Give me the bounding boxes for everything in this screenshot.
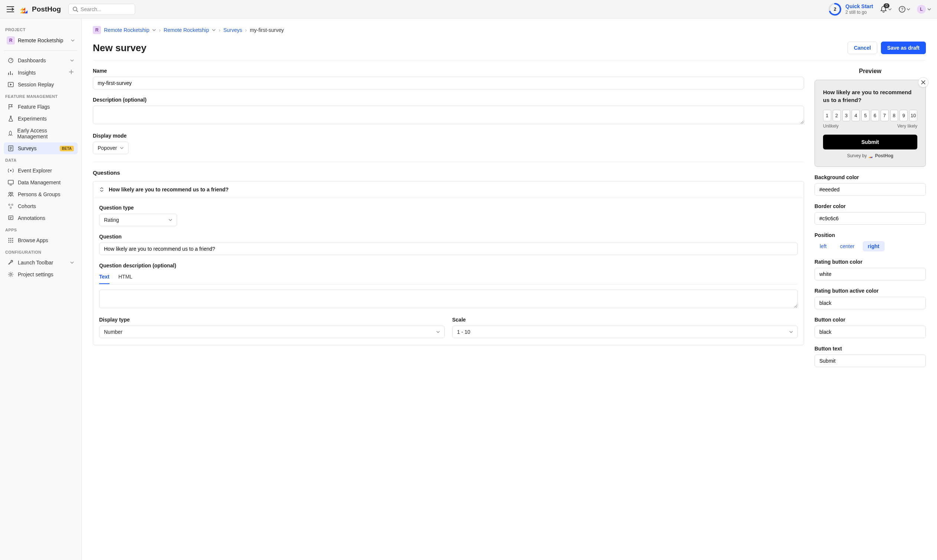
bg-color-input[interactable] xyxy=(815,183,926,196)
rating-2[interactable]: 2 xyxy=(833,110,841,121)
preview-close-button[interactable] xyxy=(918,77,928,88)
question-type-select[interactable]: Rating xyxy=(99,214,177,226)
sidebar-item-insights[interactable]: Insights xyxy=(4,66,77,78)
rating-9[interactable]: 9 xyxy=(900,110,908,121)
page-title: New survey xyxy=(93,42,147,54)
people-icon xyxy=(8,191,14,197)
sidebar-item-feature-flags[interactable]: Feature Flags xyxy=(4,101,77,113)
brand-logo[interactable]: PostHog xyxy=(20,5,61,13)
rating-btn-active-color-input[interactable] xyxy=(815,297,926,309)
questions-heading: Questions xyxy=(93,169,804,176)
save-draft-button[interactable]: Save as draft xyxy=(881,42,926,54)
search-input[interactable]: Search... xyxy=(68,4,135,15)
chevron-down-icon xyxy=(927,8,931,11)
breadcrumb-org[interactable]: Remote Rocketship xyxy=(104,27,149,33)
tab-html[interactable]: HTML xyxy=(119,271,133,284)
svg-point-8 xyxy=(10,170,11,171)
help-button[interactable]: ? xyxy=(898,6,910,13)
position-right[interactable]: right xyxy=(863,241,885,251)
svg-point-10 xyxy=(9,192,11,194)
cancel-button[interactable]: Cancel xyxy=(847,42,877,54)
close-icon xyxy=(921,80,926,85)
svg-point-19 xyxy=(9,240,10,241)
description-input[interactable] xyxy=(93,106,804,124)
position-left[interactable]: left xyxy=(815,241,832,251)
position-center[interactable]: center xyxy=(835,241,860,251)
sidebar-item-label: Early Access Management xyxy=(17,128,74,140)
rating-btn-color-input[interactable] xyxy=(815,268,926,280)
sidebar: PROJECT R Remote Rocketship Dashboards I… xyxy=(0,18,82,560)
rating-5[interactable]: 5 xyxy=(861,110,869,121)
question-desc-label: Question description (optional) xyxy=(99,263,798,269)
rating-low-label: Unlikely xyxy=(823,123,839,129)
live-icon xyxy=(8,168,14,174)
display-type-select[interactable]: Number xyxy=(99,326,445,338)
rating-6[interactable]: 6 xyxy=(871,110,879,121)
rating-8[interactable]: 8 xyxy=(890,110,898,121)
rating-10[interactable]: 10 xyxy=(909,110,917,121)
quickstart-widget[interactable]: 2 Quick Start 2 still to go xyxy=(828,3,873,16)
user-menu[interactable]: L xyxy=(917,5,931,14)
sidebar-item-session-replay[interactable]: Session Replay xyxy=(4,78,77,91)
sidebar-item-cohorts[interactable]: Cohorts xyxy=(4,200,77,212)
button-color-label: Button color xyxy=(815,317,926,323)
sidebar-item-experiments[interactable]: Experiments xyxy=(4,113,77,125)
chevron-down-icon xyxy=(70,58,74,62)
button-color-input[interactable] xyxy=(815,326,926,338)
sidebar-item-label: Data Management xyxy=(18,180,60,185)
posthog-icon xyxy=(868,154,874,158)
sidebar-item-annotations[interactable]: Annotations xyxy=(4,212,77,224)
scale-select[interactable]: 1 - 10 xyxy=(452,326,798,338)
chevron-down-icon[interactable] xyxy=(212,27,216,33)
svg-point-14 xyxy=(10,207,11,208)
notifications-button[interactable]: 0 xyxy=(880,6,892,13)
sidebar-item-surveys[interactable]: Surveys BETA xyxy=(4,142,77,154)
question-label: Question xyxy=(99,234,798,240)
bg-color-label: Background color xyxy=(815,174,926,180)
preview-submit-button[interactable]: Submit xyxy=(823,135,917,149)
user-avatar: L xyxy=(917,5,926,14)
name-input[interactable] xyxy=(93,77,804,89)
question-input[interactable] xyxy=(99,243,798,255)
tab-text[interactable]: Text xyxy=(99,271,110,284)
rating-7[interactable]: 7 xyxy=(881,110,889,121)
sidebar-item-launch-toolbar[interactable]: Launch Toolbar xyxy=(4,257,77,269)
rating-3[interactable]: 3 xyxy=(842,110,851,121)
border-color-input[interactable] xyxy=(815,212,926,225)
quickstart-subtitle: 2 still to go xyxy=(845,10,873,15)
gear-icon xyxy=(8,271,14,277)
bar-chart-icon xyxy=(8,70,14,75)
beta-badge: BETA xyxy=(60,146,74,151)
sidebar-item-project-settings[interactable]: Project settings xyxy=(4,269,77,280)
display-mode-select[interactable]: Popover xyxy=(93,142,128,154)
sidebar-item-data-management[interactable]: Data Management xyxy=(4,177,77,188)
chevron-down-icon xyxy=(436,330,440,334)
sidebar-feature-heading: FEATURE MANAGEMENT xyxy=(5,94,76,98)
sidebar-item-event-explorer[interactable]: Event Explorer xyxy=(4,165,77,177)
svg-rect-15 xyxy=(9,216,13,220)
breadcrumb-sep: › xyxy=(159,27,161,33)
sidebar-item-persons-groups[interactable]: Persons & Groups xyxy=(4,188,77,200)
rating-4[interactable]: 4 xyxy=(852,110,860,121)
breadcrumb-section[interactable]: Surveys xyxy=(224,27,242,33)
breadcrumb-project[interactable]: Remote Rocketship xyxy=(164,27,209,33)
question-type-value: Rating xyxy=(104,217,119,223)
menu-toggle-icon[interactable] xyxy=(6,5,15,14)
sidebar-item-browse-apps[interactable]: Browse Apps xyxy=(4,234,77,246)
rating-1[interactable]: 1 xyxy=(823,110,831,121)
button-text-input[interactable] xyxy=(815,355,926,367)
sidebar-item-dashboards[interactable]: Dashboards xyxy=(4,54,77,66)
sidebar-item-label: Project settings xyxy=(18,271,54,277)
chevron-down-icon[interactable] xyxy=(152,27,156,33)
chevron-down-icon xyxy=(789,330,793,334)
sidebar-item-label: Cohorts xyxy=(18,203,36,209)
plus-icon[interactable] xyxy=(69,69,74,75)
scale-value: 1 - 10 xyxy=(457,329,470,335)
question-title: How likely are you to recommend us to a … xyxy=(109,186,229,192)
project-selector[interactable]: R Remote Rocketship xyxy=(4,34,77,47)
chevron-down-icon xyxy=(71,38,75,42)
cohort-icon xyxy=(8,203,14,209)
question-desc-input[interactable] xyxy=(99,290,798,308)
sidebar-item-early-access[interactable]: Early Access Management xyxy=(4,125,77,142)
question-header[interactable]: How likely are you to recommend us to a … xyxy=(93,182,804,198)
